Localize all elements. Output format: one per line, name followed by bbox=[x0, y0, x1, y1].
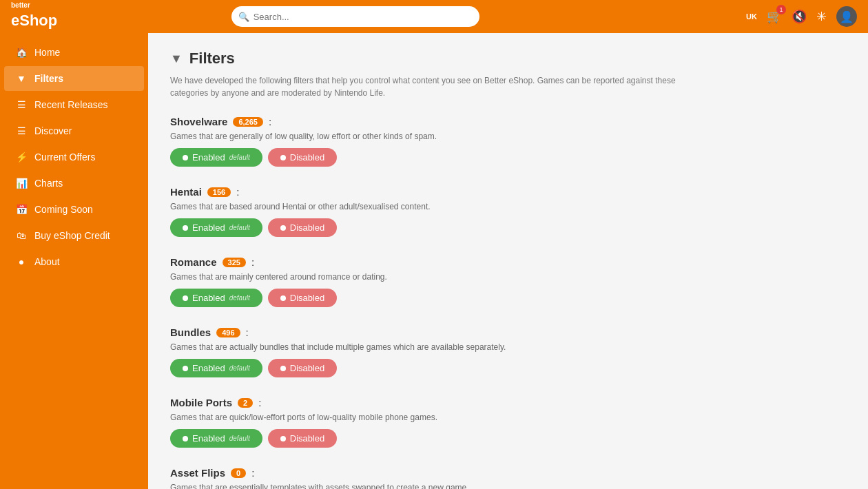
language-badge[interactable]: UK bbox=[746, 12, 757, 21]
sidebar-item-charts-label: Charts bbox=[34, 178, 63, 189]
filter-name-row: Shovelware 6,265 : bbox=[170, 116, 846, 127]
discover-icon: ☰ bbox=[15, 125, 28, 136]
sidebar-item-about[interactable]: ● About bbox=[4, 249, 144, 274]
sidebar-item-charts[interactable]: 📊 Charts bbox=[4, 171, 144, 196]
avatar[interactable]: 👤 bbox=[836, 6, 857, 27]
sidebar-item-offers-label: Current Offers bbox=[34, 152, 95, 163]
sidebar-item-filters[interactable]: ▼ Filters bbox=[4, 66, 144, 91]
disabled-button[interactable]: Disabled bbox=[268, 429, 338, 448]
filter-section-hentai: Hentai 156 : Games that are based around… bbox=[170, 186, 846, 237]
toggle-row: Enabled default Disabled bbox=[170, 359, 846, 377]
filter-description: Games that are essentially templates wit… bbox=[170, 483, 846, 489]
disabled-dot bbox=[280, 225, 286, 231]
buy-credit-icon: 🛍 bbox=[15, 230, 28, 241]
filter-description: Games that are generally of low quality,… bbox=[170, 132, 846, 141]
enabled-button[interactable]: Enabled default bbox=[170, 289, 262, 307]
filters-container: Shovelware 6,265 : Games that are genera… bbox=[170, 116, 846, 489]
disabled-dot bbox=[280, 366, 286, 371]
recent-icon: ☰ bbox=[15, 99, 28, 110]
filter-section-shovelware: Shovelware 6,265 : Games that are genera… bbox=[170, 116, 846, 167]
filter-name: Mobile Ports bbox=[170, 397, 232, 408]
search-input[interactable] bbox=[231, 6, 479, 27]
disabled-button[interactable]: Disabled bbox=[268, 359, 338, 377]
filter-name-row: Romance 325 : bbox=[170, 256, 846, 268]
enabled-button[interactable]: Enabled default bbox=[170, 148, 262, 167]
sidebar-item-recent-releases[interactable]: ☰ Recent Releases bbox=[4, 92, 144, 117]
disabled-button[interactable]: Disabled bbox=[268, 148, 338, 167]
sidebar-item-coming-soon[interactable]: 📅 Coming Soon bbox=[4, 197, 144, 222]
sidebar-item-coming-soon-label: Coming Soon bbox=[34, 204, 93, 215]
filter-count-badge: 325 bbox=[223, 258, 246, 267]
default-badge: default bbox=[229, 224, 250, 231]
disabled-dot bbox=[280, 436, 286, 441]
default-badge: default bbox=[229, 154, 250, 161]
filter-count-badge: 496 bbox=[216, 328, 240, 337]
disabled-label: Disabled bbox=[290, 222, 325, 233]
filter-name: Asset Flips bbox=[170, 467, 225, 479]
enabled-label: Enabled bbox=[192, 433, 225, 444]
search-bar: 🔍 bbox=[231, 6, 479, 27]
filter-count-badge: 0 bbox=[231, 468, 246, 478]
disabled-label: Disabled bbox=[290, 433, 325, 444]
filter-name: Romance bbox=[170, 256, 217, 268]
sidebar-item-current-offers[interactable]: ⚡ Current Offers bbox=[4, 145, 144, 169]
sidebar-item-discover-label: Discover bbox=[34, 125, 72, 136]
mute-icon[interactable]: 🔇 bbox=[792, 9, 807, 24]
filter-section-mobile-ports: Mobile Ports 2 : Games that are quick/lo… bbox=[170, 397, 846, 448]
default-badge: default bbox=[229, 294, 250, 302]
sidebar: 🏠 Home ▼ Filters ☰ Recent Releases ☰ Dis… bbox=[0, 33, 148, 489]
page-header: ▼ Filters bbox=[170, 50, 846, 67]
page-title: Filters bbox=[189, 50, 235, 67]
about-icon: ● bbox=[15, 256, 28, 267]
sidebar-item-filters-label: Filters bbox=[34, 73, 63, 84]
sidebar-item-home[interactable]: 🏠 Home bbox=[4, 40, 144, 65]
enabled-label: Enabled bbox=[192, 293, 225, 303]
toggle-row: Enabled default Disabled bbox=[170, 148, 846, 167]
enabled-button[interactable]: Enabled default bbox=[170, 429, 262, 448]
default-badge: default bbox=[229, 435, 250, 442]
sidebar-item-discover[interactable]: ☰ Discover bbox=[4, 118, 144, 143]
enabled-dot bbox=[183, 436, 188, 441]
enabled-button[interactable]: Enabled default bbox=[170, 359, 262, 377]
charts-icon: 📊 bbox=[15, 178, 28, 189]
disabled-label: Disabled bbox=[290, 293, 325, 303]
sidebar-item-about-label: About bbox=[34, 256, 60, 267]
disabled-button[interactable]: Disabled bbox=[268, 218, 338, 237]
filter-section-romance: Romance 325 : Games that are mainly cent… bbox=[170, 256, 846, 307]
toggle-row: Enabled default Disabled bbox=[170, 429, 846, 448]
filter-name-row: Mobile Ports 2 : bbox=[170, 397, 846, 408]
filter-name-row: Hentai 156 : bbox=[170, 186, 846, 198]
filter-section-bundles: Bundles 496 : Games that are actually bu… bbox=[170, 326, 846, 377]
filter-colon: : bbox=[251, 256, 254, 268]
filter-name: Bundles bbox=[170, 326, 211, 338]
filter-colon: : bbox=[251, 467, 254, 479]
enabled-dot bbox=[183, 225, 188, 231]
filter-name: Shovelware bbox=[170, 116, 227, 127]
enabled-label: Enabled bbox=[192, 152, 225, 163]
cart-count-badge: 1 bbox=[776, 5, 786, 14]
cart-icon[interactable]: 🛒 1 bbox=[767, 9, 782, 24]
settings-icon[interactable]: ✳ bbox=[816, 9, 827, 24]
filters-icon: ▼ bbox=[15, 73, 28, 84]
filter-section-asset-flips: Asset Flips 0 : Games that are essential… bbox=[170, 467, 846, 489]
sidebar-item-home-label: Home bbox=[34, 47, 60, 58]
filter-colon: : bbox=[236, 186, 239, 198]
logo: better eShop bbox=[11, 6, 94, 28]
enabled-button[interactable]: Enabled default bbox=[170, 218, 262, 237]
enabled-label: Enabled bbox=[192, 222, 225, 233]
filter-description: Games that are based around Hentai or ot… bbox=[170, 202, 846, 211]
enabled-dot bbox=[183, 155, 188, 160]
filter-count-badge: 2 bbox=[238, 398, 253, 408]
enabled-dot bbox=[183, 366, 188, 371]
app-header: better eShop 🔍 UK 🛒 1 🔇 ✳ 👤 bbox=[0, 0, 868, 33]
filter-title-icon: ▼ bbox=[170, 52, 183, 66]
filter-description: Games that are actually bundles that inc… bbox=[170, 342, 846, 352]
filter-description: Games that are mainly centered around ro… bbox=[170, 272, 846, 282]
main-content: ▼ Filters We have developed the followin… bbox=[148, 33, 868, 489]
enabled-dot bbox=[183, 295, 188, 301]
disabled-button[interactable]: Disabled bbox=[268, 289, 338, 307]
coming-soon-icon: 📅 bbox=[15, 204, 28, 215]
sidebar-item-buy-credit[interactable]: 🛍 Buy eShop Credit bbox=[4, 223, 144, 248]
filter-name-row: Bundles 496 : bbox=[170, 326, 846, 338]
logo-eshop-text: eShop bbox=[11, 13, 57, 28]
